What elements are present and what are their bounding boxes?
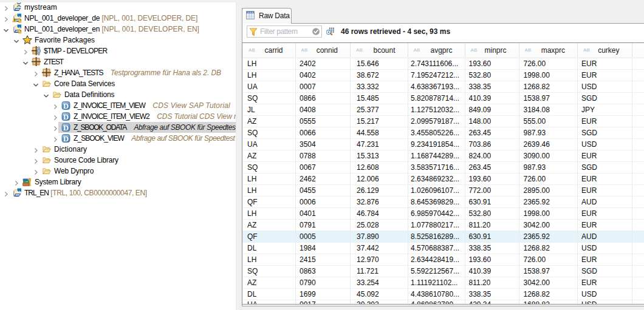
svg-text:D: D — [63, 134, 69, 143]
svg-text:D: D — [63, 112, 69, 121]
svg-text:D: D — [63, 123, 69, 132]
svg-text:D: D — [63, 101, 69, 110]
